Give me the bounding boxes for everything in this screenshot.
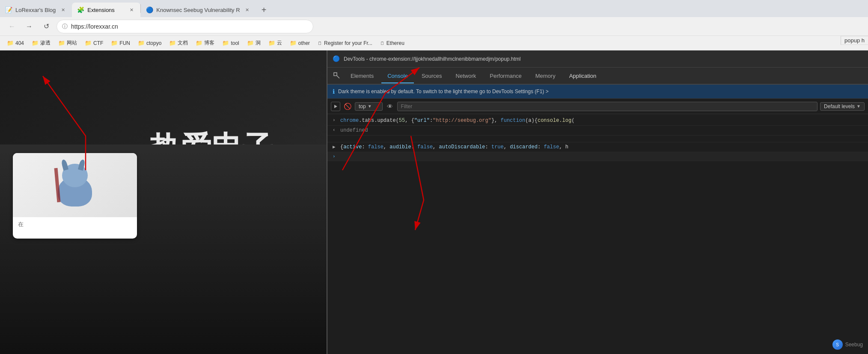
address-security-icon: ⓘ [62,23,68,30]
bookmark-other[interactable]: 📁 other [286,38,313,48]
bookmark-pentest[interactable]: 📁 渗透 [28,38,54,48]
bookmark-hole[interactable]: 📁 洞 [244,38,264,48]
tab-network[interactable]: Network [450,69,482,83]
folder-icon-404: 📁 [7,40,14,46]
address-url: https://lorexxar.cn [71,23,118,30]
console-filter-input[interactable] [397,102,817,111]
tab-blog-close[interactable]: ✕ [59,6,67,14]
tab-extensions[interactable]: 🧩 Extensions ✕ [72,3,140,17]
popup-label: popup h [841,36,868,45]
inspect-element-button[interactable] [331,70,343,82]
tab-knownsec[interactable]: 🔵 Knownsec Seebug Vulnerability R ✕ [141,3,256,17]
console-clear-button[interactable]: 🚫 [343,102,352,111]
console-code-3: {active: false, audible: false, autoDisc… [340,144,568,150]
bookmark-ctf-label: CTF [93,40,103,46]
tab-blog-favicon: 📝 [5,6,12,13]
console-context-selector[interactable]: top ▼ [355,102,383,111]
console-line-2: ‹ undefined [327,126,868,136]
page-icon-ethereum: 🗒 [380,41,385,46]
folder-icon-docs: 📁 [169,40,176,46]
card-text: 在 [13,217,137,232]
folder-icon-ctopyo: 📁 [138,40,145,46]
info-icon: ℹ [333,88,335,95]
tab-extensions-close[interactable]: ✕ [128,6,135,14]
bookmark-docs-label: 文档 [178,39,188,47]
bookmark-ethereum[interactable]: 🗒 Ethereu [377,38,408,48]
bookmark-pentest-label: 渗透 [40,39,51,47]
console-levels-selector[interactable]: Default levels ▼ [820,102,865,111]
console-line-3: ▶ {active: false, audible: false, autoDi… [327,142,868,152]
console-code-1: chrome.tabs.update(55, {"url":"http://se… [340,118,574,124]
bookmark-website[interactable]: 📁 网站 [55,38,80,48]
svg-marker-2 [334,105,337,108]
tab-knownsec-close[interactable]: ✕ [244,6,251,14]
tab-extensions-label: Extensions [87,7,115,13]
bookmark-website-label: 网站 [67,39,77,47]
console-play-button[interactable] [331,102,340,111]
console-prompt-line[interactable]: › [327,152,868,161]
devtools-panel: 🔵 DevTools - chrome-extension://ljjokhne… [327,50,868,354]
bookmark-ethereum-label: Ethereu [386,40,404,46]
reload-button[interactable]: ↺ [39,20,53,33]
bookmark-cloud-label: 云 [277,39,282,47]
bookmark-fun-label: FUN [119,40,130,46]
address-bar[interactable]: ⓘ https://lorexxar.cn [56,20,313,33]
forward-button[interactable]: → [22,20,36,33]
bookmarks-bar: 📁 404 📁 渗透 📁 网站 📁 CTF 📁 FUN 📁 ctopyo 📁 文… [0,36,868,50]
bookmark-tool[interactable]: 📁 tool [219,38,242,48]
chevron-down-icon: ▼ [368,104,372,109]
svg-rect-0 [334,73,337,76]
tab-extensions-favicon: 🧩 [77,6,84,13]
back-button[interactable]: ← [5,20,19,33]
tab-application[interactable]: Application [563,69,603,83]
seebug-logo-icon: S [832,339,843,350]
prompt-arrow-icon: › [333,154,338,159]
browser-chrome: 📝 LoRexxar's Blog ✕ 🧩 Extensions ✕ 🔵 Kno… [0,0,868,50]
bookmark-fun[interactable]: 📁 FUN [107,38,134,48]
folder-icon-tool: 📁 [222,40,229,46]
bookmark-cloud[interactable]: 📁 云 [265,38,285,48]
page-icon-register: 🗒 [318,41,322,46]
tab-knownsec-favicon: 🔵 [146,6,153,13]
folder-icon-fun: 📁 [111,40,118,46]
bookmark-ctopyo-label: ctopyo [146,40,161,46]
console-context-value: top [359,103,366,109]
arrow-expand-icon: ▶ [333,144,338,150]
folder-icon-other: 📁 [290,40,297,46]
bookmark-blog[interactable]: 📁 博客 [192,38,218,48]
console-levels-label: Default levels [824,103,855,109]
arrow-icon-1: › [333,118,338,123]
infobar-text: Dark theme is enabled by default. To swi… [338,88,549,94]
tab-sources[interactable]: Sources [416,69,448,83]
folder-icon-website: 📁 [58,40,65,46]
devtools-infobar: ℹ Dark theme is enabled by default. To s… [327,85,868,99]
bookmark-other-label: other [298,40,310,46]
browser-content: ❯ 热爱电子 [0,50,868,354]
bookmark-hole-label: 洞 [256,39,261,47]
tab-blog[interactable]: 📝 LoRexxar's Blog ✕ [0,3,72,17]
new-tab-button[interactable]: + [256,3,272,17]
console-eye-button[interactable]: 👁 [385,102,395,111]
tab-memory[interactable]: Memory [529,69,562,83]
tab-blog-label: LoRexxar's Blog [15,7,56,13]
bookmark-404-label: 404 [15,40,24,46]
folder-icon-ctf: 📁 [85,40,92,46]
bookmark-docs[interactable]: 📁 文档 [166,38,191,48]
folder-icon-blog: 📁 [196,40,202,46]
bookmark-ctopyo[interactable]: 📁 ctopyo [134,38,165,48]
arrow-left-icon: ‹ [333,127,338,133]
devtools-favicon: 🔵 [333,55,340,63]
bookmark-404[interactable]: 📁 404 [3,38,27,48]
tab-console[interactable]: Console [381,69,414,83]
character-illustration [49,159,101,211]
console-line-1: › chrome.tabs.update(55, {"url":"http://… [327,116,868,126]
tab-elements[interactable]: Elements [345,69,380,83]
devtools-toolbar: Elements Console Sources Network Perform… [327,68,868,85]
char-horn-left [61,159,68,171]
bookmark-register[interactable]: 🗒 Register for your Fr... [314,38,376,48]
devtools-console-bar: 🚫 top ▼ 👁 Default levels ▼ [327,99,868,114]
tab-performance[interactable]: Performance [484,69,527,83]
bookmark-ctf[interactable]: 📁 CTF [81,38,107,48]
devtools-console-content[interactable]: › chrome.tabs.update(55, {"url":"http://… [327,114,868,354]
seebug-logo-text: Seebug [845,342,863,348]
